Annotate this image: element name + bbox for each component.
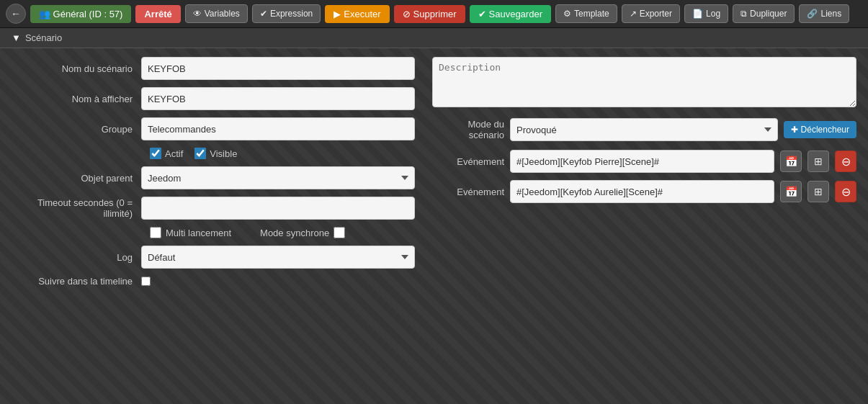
multi-lancement-checkbox[interactable]	[150, 227, 161, 238]
objet-parent-row: Objet parent Jeedom	[12, 166, 415, 189]
sauvegarder-button[interactable]: ✔ Sauvegarder	[470, 5, 551, 23]
mode-label: Mode du scénario	[432, 119, 504, 140]
top-navbar: ← 👥 Général (ID : 57) Arrêté 👁 Variables…	[0, 0, 868, 28]
table-icon2: ⊞	[814, 186, 823, 197]
arrete-label: Arrêté	[144, 9, 171, 19]
nom-scenario-row: Nom du scénario	[12, 57, 415, 80]
dupliquer-label: Dupliquer	[750, 9, 787, 19]
scenario-filter-icon: ▼	[12, 32, 21, 43]
description-textarea[interactable]	[432, 57, 856, 107]
groupe-input[interactable]	[141, 117, 415, 140]
timeout-row: Timeout secondes (0 = illimité)	[12, 197, 415, 220]
nom-afficher-row: Nom à afficher	[12, 87, 415, 110]
sauvegarder-label: Sauvegarder	[489, 9, 542, 19]
actif-label-text: Actif	[165, 148, 183, 159]
calendar-icon2: 📅	[785, 186, 797, 197]
liens-label: Liens	[820, 9, 841, 19]
declencheur-button[interactable]: ✚ Déclencheur	[784, 121, 856, 138]
variables-button[interactable]: 👁 Variables	[185, 4, 248, 23]
event1-calendar-btn[interactable]: 📅	[780, 151, 802, 172]
back-icon: ←	[11, 8, 21, 19]
table-icon: ⊞	[814, 156, 823, 167]
event2-input[interactable]	[510, 180, 774, 203]
visible-label-text: Visible	[210, 148, 237, 159]
timeout-input[interactable]	[141, 197, 415, 220]
multi-lancement-item: Multi lancement	[150, 227, 231, 238]
supprimer-button[interactable]: ⊘ Supprimer	[394, 5, 465, 23]
mode-synchrone-item: Mode synchrone	[260, 227, 345, 238]
template-icon: ⚙	[563, 9, 571, 19]
log-icon: 📄	[692, 9, 703, 19]
actif-checkbox-label: Actif	[150, 148, 183, 159]
multi-lancement-row: Multi lancement Mode synchrone	[12, 227, 415, 238]
event1-table-btn[interactable]: ⊞	[807, 151, 829, 172]
timeout-label: Timeout secondes (0 = illimité)	[12, 197, 141, 219]
remove-icon: ⊖	[841, 155, 851, 169]
nom-afficher-label: Nom à afficher	[12, 94, 141, 104]
suivre-timeline-checkbox[interactable]	[141, 277, 151, 286]
calendar-icon: 📅	[785, 156, 797, 167]
log-form-label: Log	[12, 252, 141, 263]
scenario-header: ▼ Scénario	[0, 28, 868, 48]
supprimer-label: Supprimer	[413, 9, 457, 19]
event2-row: Evénement 📅 ⊞ ⊖	[432, 180, 856, 203]
template-button[interactable]: ⚙ Template	[555, 4, 617, 23]
actif-checkbox[interactable]	[150, 148, 161, 159]
play-icon: ▶	[334, 9, 341, 19]
variables-label: Variables	[205, 9, 240, 19]
general-label: 👥 Général (ID : 57)	[39, 9, 122, 19]
eye-icon: 👁	[193, 9, 202, 19]
objet-parent-label: Objet parent	[12, 173, 141, 184]
actif-visible-row: Actif Visible	[12, 148, 415, 159]
expression-button[interactable]: ✔ Expression	[252, 4, 321, 23]
suivre-timeline-row: Suivre dans la timeline	[12, 276, 415, 287]
event2-remove-btn[interactable]: ⊖	[835, 181, 856, 202]
executer-button[interactable]: ▶ Executer	[325, 5, 389, 23]
event1-label: Evénement	[432, 156, 504, 167]
groupe-row: Groupe	[12, 117, 415, 140]
export-icon: ↗	[630, 9, 637, 19]
log-row: Log Défaut	[12, 246, 415, 269]
trash-icon: ⊘	[403, 9, 411, 19]
declencheur-label: ✚ Déclencheur	[791, 125, 849, 135]
arrete-button[interactable]: Arrêté	[135, 5, 180, 23]
nom-scenario-input[interactable]	[141, 57, 415, 80]
event1-row: Evénement 📅 ⊞ ⊖	[432, 150, 856, 173]
back-button[interactable]: ←	[6, 4, 26, 24]
template-label: Template	[574, 9, 609, 19]
nom-scenario-label: Nom du scénario	[12, 63, 141, 74]
copy-icon: ⧉	[741, 9, 747, 19]
event1-remove-btn[interactable]: ⊖	[835, 151, 856, 172]
visible-checkbox-label: Visible	[194, 148, 237, 159]
event1-input[interactable]	[510, 150, 774, 173]
left-panel: Nom du scénario Nom à afficher Groupe Ac…	[12, 57, 415, 294]
objet-parent-select[interactable]: Jeedom	[141, 166, 415, 189]
mode-synchrone-checkbox[interactable]	[334, 227, 345, 238]
groupe-label: Groupe	[12, 124, 141, 135]
suivre-timeline-label: Suivre dans la timeline	[12, 276, 141, 287]
mode-row: Mode du scénario Provoqué Programmé Décl…	[432, 118, 856, 141]
event2-table-btn[interactable]: ⊞	[807, 181, 829, 202]
check-icon: ✔	[260, 9, 267, 19]
nom-afficher-input[interactable]	[141, 87, 415, 110]
right-panel: Mode du scénario Provoqué Programmé Décl…	[432, 57, 856, 294]
exporter-button[interactable]: ↗ Exporter	[622, 4, 680, 23]
exporter-label: Exporter	[640, 9, 672, 19]
mode-select[interactable]: Provoqué Programmé Déclenché	[510, 118, 778, 141]
event2-label: Evénement	[432, 187, 504, 197]
general-button[interactable]: 👥 Général (ID : 57)	[30, 5, 131, 23]
log-button[interactable]: 📄 Log	[684, 4, 728, 23]
save-icon: ✔	[478, 9, 486, 19]
main-content: Nom du scénario Nom à afficher Groupe Ac…	[0, 48, 868, 302]
expression-label: Expression	[270, 9, 313, 19]
event2-calendar-btn[interactable]: 📅	[780, 181, 802, 202]
mode-synchrone-label: Mode synchrone	[260, 228, 329, 238]
dupliquer-button[interactable]: ⧉ Dupliquer	[733, 4, 795, 23]
visible-checkbox[interactable]	[194, 148, 206, 159]
log-select[interactable]: Défaut	[141, 246, 415, 269]
log-label: Log	[706, 9, 720, 19]
scenario-title: Scénario	[25, 32, 62, 43]
liens-button[interactable]: 🔗 Liens	[799, 4, 849, 23]
multi-lancement-label: Multi lancement	[166, 228, 231, 238]
executer-label: Executer	[344, 9, 380, 19]
